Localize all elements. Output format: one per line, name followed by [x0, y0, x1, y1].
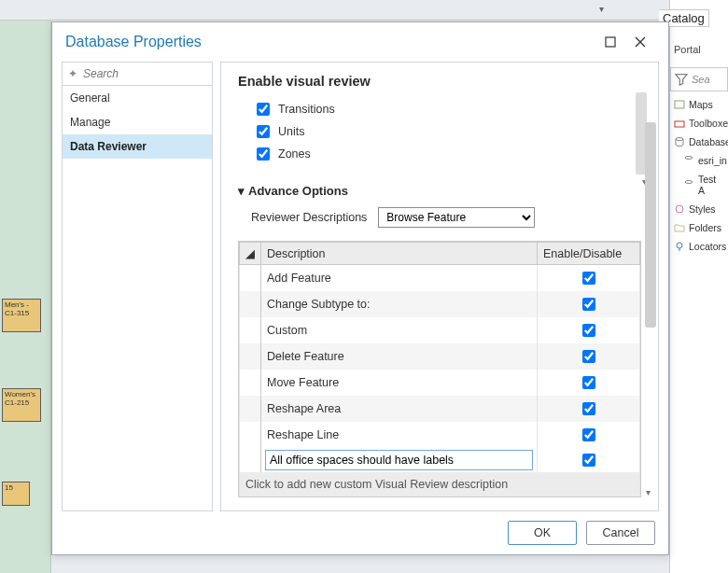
map-room: 15: [2, 482, 30, 506]
checkbox[interactable]: [582, 454, 595, 467]
maximize-icon: [605, 36, 616, 48]
catalog-item[interactable]: Toolboxes: [670, 114, 728, 133]
map-room: Men's - C1-315: [2, 299, 41, 332]
reviewer-descriptions-select[interactable]: Browse Feature: [378, 207, 535, 228]
catalog-pane: Catalog Portal Sea Maps Toolboxes Databa…: [669, 0, 728, 573]
checkbox-label: Units: [278, 125, 304, 138]
row-header: [240, 343, 261, 370]
ok-button[interactable]: OK: [508, 521, 577, 545]
checkbox[interactable]: [582, 350, 595, 363]
checkbox[interactable]: [257, 125, 270, 138]
background-map: Men's - C1-315 Women's C1-215 15: [0, 0, 51, 573]
chevron-down-icon: ▾: [592, 4, 610, 15]
col-description[interactable]: Description: [261, 243, 538, 265]
row-description: Custom: [261, 317, 538, 343]
catalog-search-placeholder: Sea: [692, 74, 710, 85]
nav-panel: ✦ ▾ General Manage Data Reviewer: [62, 62, 213, 511]
checkbox-label: Zones: [278, 147, 311, 161]
svg-point-4: [685, 181, 693, 184]
dialog-title: Database Properties: [65, 34, 595, 50]
catalog-item[interactable]: Styles: [670, 200, 728, 218]
content-scrollbar[interactable]: ▾: [645, 122, 656, 492]
check-zones[interactable]: Zones: [253, 143, 641, 165]
nav-item-manage[interactable]: Manage: [63, 110, 212, 134]
nav-item-data-reviewer[interactable]: Data Reviewer: [63, 134, 212, 159]
row-header: [240, 291, 261, 317]
svg-rect-0: [675, 101, 684, 108]
row-description: Delete Feature: [261, 343, 538, 370]
catalog-item[interactable]: Test A: [670, 170, 728, 200]
locator-icon: [674, 241, 685, 252]
checkbox[interactable]: [582, 298, 595, 311]
content-panel: Enable visual review Transitions Units Z…: [220, 62, 659, 511]
custom-description-input[interactable]: [265, 450, 533, 470]
scroll-thumb[interactable]: [645, 122, 656, 328]
row-description: Move Feature: [261, 370, 538, 396]
table-row[interactable]: Custom: [240, 317, 640, 343]
advance-options-label: Advance Options: [248, 184, 348, 198]
table-edit-row[interactable]: [240, 448, 640, 472]
app-ribbon-strip: [0, 0, 728, 21]
catalog-item[interactable]: Maps: [670, 95, 728, 114]
table-row[interactable]: Reshape Area: [240, 396, 640, 422]
chevron-down-icon: ▾: [238, 184, 245, 198]
table-row[interactable]: Reshape Line: [240, 422, 640, 448]
database-icon: [683, 155, 694, 166]
table-add-row[interactable]: Click to add new custom Visual Review de…: [240, 472, 640, 496]
descriptions-table: ◢ Description Enable/Disable Add Feature…: [238, 241, 641, 497]
svg-point-2: [676, 138, 683, 141]
corner-header[interactable]: ◢: [240, 243, 261, 265]
section-heading: Enable visual review: [238, 74, 641, 89]
svg-rect-7: [606, 37, 615, 47]
svg-point-3: [685, 157, 693, 160]
row-header: [240, 265, 261, 292]
checkbox[interactable]: [582, 428, 595, 441]
col-enable[interactable]: Enable/Disable: [538, 243, 640, 265]
filter-icon: [675, 73, 688, 86]
row-description: Reshape Line: [261, 422, 538, 448]
checkbox-label: Transitions: [278, 103, 335, 116]
table-row[interactable]: Delete Feature: [240, 343, 640, 370]
check-units[interactable]: Units: [253, 120, 641, 143]
dialog-titlebar: Database Properties: [52, 22, 668, 62]
toolbox-icon: [674, 118, 685, 129]
table-row[interactable]: Move Feature: [240, 370, 640, 396]
close-icon: [635, 36, 646, 48]
checkbox[interactable]: [582, 272, 595, 285]
catalog-item[interactable]: Locators: [670, 237, 728, 256]
nav-list: General Manage Data Reviewer: [63, 86, 212, 159]
checkbox[interactable]: [257, 103, 270, 116]
catalog-list: Maps Toolboxes Databases esri_in Test A …: [670, 95, 728, 256]
table-row[interactable]: Add Feature: [240, 265, 640, 292]
database-icon: [674, 136, 685, 147]
style-icon: [674, 203, 685, 215]
checkbox[interactable]: [582, 324, 595, 337]
nav-search-input[interactable]: [81, 66, 226, 81]
checkbox[interactable]: [582, 376, 595, 389]
svg-point-6: [677, 243, 682, 248]
catalog-item[interactable]: Databases: [670, 133, 728, 151]
chevron-down-icon[interactable]: ▾: [646, 487, 651, 497]
checkbox[interactable]: [257, 147, 270, 161]
catalog-item[interactable]: esri_in: [670, 151, 728, 170]
row-description: Change Subtype to:: [261, 291, 538, 317]
add-row-hint: Click to add new custom Visual Review de…: [240, 472, 640, 496]
cancel-button[interactable]: Cancel: [586, 521, 655, 545]
row-header: [240, 422, 261, 448]
portal-tab[interactable]: Portal: [674, 44, 701, 55]
table-row[interactable]: Change Subtype to:: [240, 291, 640, 317]
close-button[interactable]: [625, 28, 655, 56]
folder-icon: [674, 222, 685, 233]
reviewer-descriptions-label: Reviewer Descriptions: [251, 211, 367, 224]
database-icon: [683, 179, 694, 190]
check-transitions[interactable]: Transitions: [253, 98, 641, 120]
maximize-button[interactable]: [595, 28, 625, 56]
catalog-item[interactable]: Folders: [670, 218, 728, 237]
checkbox[interactable]: [582, 402, 595, 415]
advance-options-header[interactable]: ▾ Advance Options: [238, 184, 641, 198]
row-header: [240, 370, 261, 396]
catalog-search[interactable]: Sea: [670, 67, 728, 91]
nav-search[interactable]: ✦ ▾: [63, 63, 212, 86]
top-checkbox-block: Transitions Units Zones ▾: [253, 98, 641, 165]
nav-item-general[interactable]: General: [63, 86, 212, 110]
